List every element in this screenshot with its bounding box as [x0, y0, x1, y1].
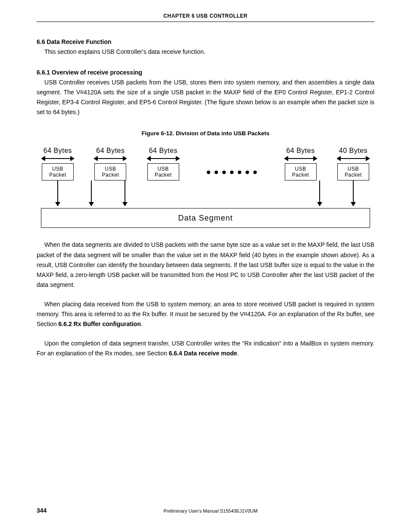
- packet-text-line2: Packet: [292, 172, 309, 178]
- usb-packet-1: 64 Bytes USBPacket: [41, 147, 75, 180]
- body-para-2: When the data segments are divided to US…: [37, 240, 374, 289]
- text-fragment: .: [237, 350, 239, 357]
- packet-text-line1: USB: [52, 166, 63, 172]
- arrow-down-icon: [336, 180, 370, 208]
- page-footer: 344 Preliminary User's Manual S15543EJ1V…: [37, 507, 374, 514]
- ellipsis-dots-icon: [199, 171, 265, 174]
- spacer: [142, 180, 303, 208]
- smallcaps-r: R: [244, 312, 247, 317]
- packet-text-line1: USB: [295, 166, 306, 172]
- arrow-down-row: [41, 180, 370, 208]
- packet-bytes-label: 40 Bytes: [339, 147, 367, 155]
- packet-bytes-label: 64 Bytes: [149, 147, 177, 155]
- arrow-down-icon: [75, 180, 108, 208]
- body-para-4: Upon the completion of data segment tran…: [37, 339, 374, 358]
- packet-box: USBPacket: [285, 163, 317, 180]
- packet-text-line1: USB: [105, 166, 116, 172]
- page: CHAPTER 6 USB CONTROLLER 6.6 Data Receiv…: [0, 0, 411, 532]
- packet-row: 64 Bytes USBPacket 64 Bytes USBPacket 64…: [41, 147, 370, 180]
- arrow-down-icon: [41, 180, 75, 208]
- subsection-para-1: USB Controller receives USB packets from…: [37, 78, 374, 117]
- body-para-3: When placing data received from the USB …: [37, 299, 374, 329]
- usb-packet-3: 64 Bytes USBPacket: [146, 147, 180, 180]
- packet-text-line1: USB: [348, 166, 359, 172]
- footer-center-text: Preliminary User's Manual S15543EJ1V0UM: [47, 508, 374, 513]
- section-intro-text: This section explains USB Controller's d…: [37, 47, 374, 57]
- packet-box: USBPacket: [94, 163, 126, 180]
- section-ref: 6.6.2 Rx Buffer configuration: [59, 320, 141, 327]
- double-arrow-icon: [284, 156, 318, 162]
- text-fragment: 4120A sets the size of a single USB pack…: [37, 89, 374, 115]
- section-heading: 6.6 Data Receive Function: [37, 38, 374, 45]
- double-arrow-icon: [93, 156, 127, 162]
- data-segment-box: Data Segment: [41, 208, 370, 228]
- double-arrow-icon: [146, 156, 180, 162]
- page-number: 344: [37, 507, 47, 514]
- packet-bytes-label: 64 Bytes: [286, 147, 314, 155]
- packet-text-line2: Packet: [102, 172, 119, 178]
- arrow-down-icon: [303, 180, 336, 208]
- usb-packet-5: 40 Bytes USBPacket: [336, 147, 370, 180]
- double-arrow-icon: [41, 156, 75, 162]
- double-arrow-icon: [336, 156, 370, 162]
- section-ref: 6.6.4 Data receive mode: [169, 350, 237, 357]
- packet-text-line1: USB: [158, 166, 169, 172]
- text-fragment: .: [141, 320, 143, 327]
- packet-text-line2: Packet: [49, 172, 66, 178]
- usb-packet-2: 64 Bytes USBPacket: [93, 147, 127, 180]
- subsection-heading: 6.6.1 Overview of receive processing: [37, 69, 374, 76]
- running-header: CHAPTER 6 USB CONTROLLER: [37, 13, 374, 22]
- packet-text-line2: Packet: [155, 172, 172, 178]
- packet-box: USBPacket: [42, 163, 74, 180]
- figure-caption: Figure 6-12. Division of Data into USB P…: [37, 130, 374, 137]
- arrow-down-icon: [108, 180, 142, 208]
- packet-box: USBPacket: [337, 163, 369, 180]
- usb-packet-4: 64 Bytes USBPacket: [284, 147, 318, 180]
- packet-bytes-label: 64 Bytes: [44, 147, 72, 155]
- packet-text-line2: Packet: [345, 172, 362, 178]
- packet-box: USBPacket: [147, 163, 179, 180]
- packet-bytes-label: 64 Bytes: [96, 147, 125, 155]
- figure-6-12: 64 Bytes USBPacket 64 Bytes USBPacket 64…: [41, 147, 370, 228]
